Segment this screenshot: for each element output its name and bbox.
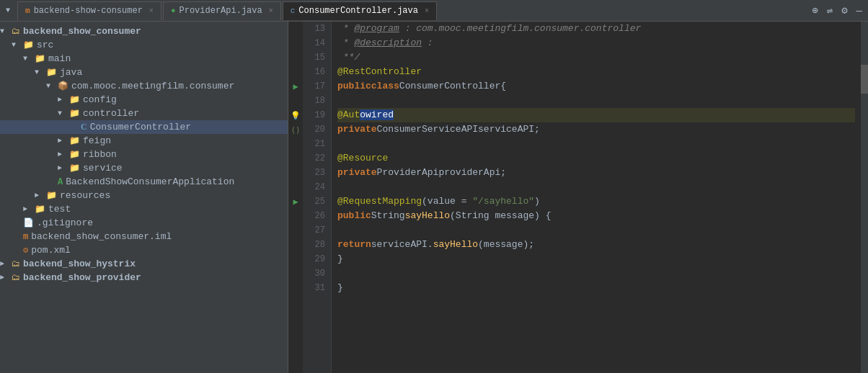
line-number-28: 28	[309, 238, 325, 252]
tab-tab-provider[interactable]: ●ProviderApi.java×	[163, 1, 281, 20]
gutter-cell-14	[288, 36, 303, 50]
tree-item-label: BackendShowConsumerApplication	[66, 176, 234, 187]
sidebar-item-ConsumerController[interactable]: CConsumerController	[0, 120, 288, 134]
settings-icon[interactable]: ⚙	[841, 4, 847, 17]
line-number-22: 22	[309, 151, 325, 166]
code-line-20: private ConsumerServiceAPI serviceAPI;	[337, 122, 855, 137]
line-number-23: 23	[309, 166, 325, 180]
sidebar-item-feign[interactable]: ►📁feign	[0, 134, 288, 148]
tree-item-icon: 📁	[23, 40, 34, 50]
line-number-14: 14	[309, 36, 325, 50]
tab-tab-consumer[interactable]: cConsumerController.java×	[283, 1, 437, 20]
line-numbers: 13141516171819202122232425262728293031	[303, 22, 332, 373]
tree-item-label: ConsumerController	[90, 122, 191, 132]
project-sidebar: ▼🗂backend_show_consumer▼📁src▼📁main▼📁java…	[0, 22, 288, 373]
sidebar-item-backend-hystrix[interactable]: ►🗂backend_show_hystrix	[0, 257, 288, 271]
sidebar-item-service[interactable]: ►📁service	[0, 161, 288, 175]
line-number-17: 17	[309, 79, 325, 94]
tree-arrow-icon: ►	[58, 137, 69, 145]
split-icon[interactable]: ⇌	[827, 4, 833, 17]
gutter-cell-26	[288, 209, 303, 223]
gutter-cell-20[interactable]: ⟨⟩	[288, 122, 303, 137]
code-line-21	[337, 137, 855, 151]
tree-arrow-icon: ▼	[0, 27, 12, 35]
sidebar-item-iml[interactable]: mbackend_show_consumer.iml	[0, 230, 288, 243]
tree-item-label: feign	[83, 135, 111, 146]
code-line-28: return serviceAPI.sayHello(message);	[337, 238, 855, 252]
tree-arrow-icon: ▼	[23, 55, 35, 63]
code-line-18	[337, 94, 855, 108]
sidebar-item-root[interactable]: ▼🗂backend_show_consumer	[0, 24, 288, 38]
tab-close-icon[interactable]: ×	[269, 7, 273, 15]
gutter-cell-27	[288, 223, 303, 238]
tree-item-label: service	[83, 163, 123, 174]
gutter-cell-25[interactable]: ▶	[288, 194, 303, 209]
sidebar-item-java[interactable]: ▼📁java	[0, 66, 288, 79]
tree-arrow-icon: ►	[35, 192, 46, 199]
tree-item-label: test	[48, 204, 71, 215]
code-line-14: * @description :	[337, 36, 855, 50]
sidebar-item-resources[interactable]: ►📁resources	[0, 189, 288, 202]
tree-item-icon: 📁	[69, 163, 80, 174]
sidebar-item-pom[interactable]: ⚙pom.xml	[0, 243, 288, 257]
code-editor[interactable]: ▶💡⟨⟩▶ 1314151617181920212223242526272829…	[288, 22, 861, 373]
sidebar-item-config[interactable]: ►📁config	[0, 93, 288, 107]
tree-arrow-icon: ▼	[58, 109, 69, 117]
code-line-24	[337, 180, 855, 194]
sidebar-item-ribbon[interactable]: ►📁ribbon	[0, 148, 288, 161]
sidebar-item-test[interactable]: ►📁test	[0, 202, 288, 216]
code-line-16: @RestController	[337, 65, 855, 79]
sidebar-item-main[interactable]: ▼📁main	[0, 52, 288, 66]
tree-item-icon: 📁	[35, 53, 45, 64]
tree-arrow-icon: ▼	[46, 82, 58, 90]
tab-tab-backend[interactable]: mbackend-show-consumer×	[17, 1, 161, 20]
gutter-cell-19[interactable]: 💡	[288, 108, 303, 122]
sidebar-item-BackendShowConsumerApplication[interactable]: ABackendShowConsumerApplication	[0, 175, 288, 189]
tree-item-label: pom.xml	[31, 245, 71, 256]
tree-item-icon: 📁	[69, 149, 80, 160]
tab-close-icon[interactable]: ×	[149, 7, 154, 15]
tree-item-label: main	[48, 53, 71, 64]
tree-item-label: src	[37, 40, 53, 50]
gutter-cell-13	[288, 22, 303, 36]
gutter-cell-31	[288, 281, 303, 295]
gutter-cell-29	[288, 252, 303, 266]
gutter-cell-17[interactable]: ▶	[288, 79, 303, 94]
dropdown-arrow-icon[interactable]: ▼	[6, 6, 10, 14]
tree-item-icon: A	[58, 177, 63, 187]
scrollbar-thumb[interactable]	[861, 65, 868, 94]
code-area: ▶💡⟨⟩▶ 1314151617181920212223242526272829…	[288, 22, 861, 373]
code-line-29: }	[337, 252, 855, 266]
tree-item-icon: 📦	[58, 81, 68, 91]
gutter-cell-30	[288, 266, 303, 281]
tree-item-label: resources	[60, 190, 110, 201]
sidebar-item-src[interactable]: ▼📁src	[0, 38, 288, 52]
sidebar-item-gitignore[interactable]: 📄.gitignore	[0, 216, 288, 230]
tree-arrow-icon: ►	[0, 274, 12, 282]
line-number-21: 21	[309, 137, 325, 151]
code-line-30	[337, 266, 855, 281]
sidebar-item-controller[interactable]: ▼📁controller	[0, 107, 288, 120]
line-number-29: 29	[309, 252, 325, 266]
tree-item-label: backend_show_provider	[23, 272, 141, 283]
code-line-31: }	[337, 281, 855, 295]
code-line-13: * @program : com.mooc.meetingfilm.consum…	[337, 22, 855, 36]
code-line-27	[337, 223, 855, 238]
navigate-icon[interactable]: ⊕	[812, 4, 818, 17]
tree-item-label: backend_show_consumer	[23, 26, 141, 37]
gutter-cell-23	[288, 166, 303, 180]
tree-arrow-icon: ▼	[35, 68, 46, 76]
gutter-cell-15	[288, 50, 303, 65]
code-line-25: @RequestMapping(value = "/sayhello")	[337, 194, 855, 209]
gutter-cell-28	[288, 238, 303, 252]
minimize-icon[interactable]: —	[856, 5, 862, 17]
tree-arrow-icon: ►	[58, 96, 69, 104]
line-number-19: 19	[309, 108, 325, 122]
tree-item-label: backend_show_consumer.iml	[31, 231, 172, 242]
sidebar-item-com-pkg[interactable]: ▼📦com.mooc.meetingfilm.consumer	[0, 79, 288, 93]
sidebar-item-backend-provider[interactable]: ►🗂backend_show_provider	[0, 271, 288, 284]
tree-item-icon: 🗂	[12, 272, 20, 283]
tree-item-label: com.mooc.meetingfilm.consumer	[71, 81, 234, 91]
tab-close-icon[interactable]: ×	[425, 7, 429, 15]
right-scrollbar[interactable]	[861, 22, 868, 373]
